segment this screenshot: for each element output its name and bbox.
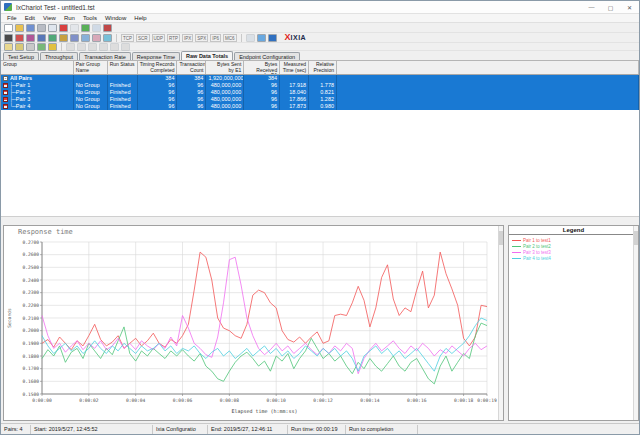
cell-measured_time: 17.918 xyxy=(280,82,309,89)
y-tick-label: 0.2100 xyxy=(22,316,39,321)
report-icon[interactable] xyxy=(26,43,35,51)
add-hardware-pair-icon[interactable] xyxy=(48,34,57,42)
cursor-icon[interactable] xyxy=(4,34,13,42)
new-file-icon[interactable] xyxy=(4,24,13,32)
menu-window[interactable]: Window xyxy=(101,15,130,21)
tab-transaction-rate[interactable]: Transaction Rate xyxy=(79,52,131,60)
clipboard-paste-icon[interactable] xyxy=(15,43,24,51)
tab-endpoint-configuration[interactable]: Endpoint Configuration xyxy=(234,52,300,60)
add-vpn-pair-icon[interactable] xyxy=(37,34,46,42)
cell-pair_group_name: No Group xyxy=(74,96,108,103)
chart-view-icon[interactable] xyxy=(92,34,101,42)
ixia-logo: XIXIA xyxy=(285,33,307,42)
clipboard-copy-icon[interactable] xyxy=(4,43,13,51)
x-tick-label: 0:00:02 xyxy=(79,398,99,403)
copy-icon[interactable] xyxy=(48,24,57,32)
help-icon[interactable] xyxy=(268,34,277,42)
add-icon[interactable] xyxy=(81,24,90,32)
tab-throughput[interactable]: Throughput xyxy=(40,52,78,60)
bookmark-icon[interactable] xyxy=(103,24,112,32)
menu-tools[interactable]: Tools xyxy=(79,15,101,21)
tab-response-time[interactable]: Response Time xyxy=(132,52,180,60)
options-icon xyxy=(121,43,130,51)
app-window: IxChariot Test - untitled1.tst — ▢ ✕ Fil… xyxy=(0,0,640,435)
column-header-timing-records[interactable]: Timing Records Completed xyxy=(138,61,178,74)
menu-edit[interactable]: Edit xyxy=(21,15,39,21)
group-label: Pair 1 xyxy=(16,82,30,88)
print-icon[interactable] xyxy=(37,24,46,32)
add-pair-icon[interactable] xyxy=(15,34,24,42)
refresh-icon[interactable] xyxy=(257,34,266,42)
maximize-button[interactable]: ▢ xyxy=(601,1,620,13)
favorites-icon[interactable] xyxy=(48,43,57,51)
add-multicast-pair-icon[interactable] xyxy=(26,34,35,42)
chart-scrollbar-thumb[interactable] xyxy=(499,231,503,245)
y-tick-label: 0.2200 xyxy=(22,303,39,308)
group-label: Pair 3 xyxy=(16,96,30,102)
legend-swatch xyxy=(512,252,521,253)
protocol-tcp[interactable]: TCP xyxy=(121,34,134,42)
toolbar-separator xyxy=(61,43,62,51)
menu-file[interactable]: File xyxy=(3,15,21,21)
save-icon[interactable] xyxy=(26,24,35,32)
tab-raw-data-totals[interactable]: Raw Data Totals xyxy=(181,51,233,60)
fit-window-icon xyxy=(99,43,108,51)
column-header-group[interactable]: Group xyxy=(1,61,74,74)
close-button[interactable]: ✕ xyxy=(620,1,639,13)
column-header-bytes-received[interactable]: Bytes Received by E1 xyxy=(244,61,280,74)
tree-expander-icon[interactable]: - xyxy=(3,76,8,81)
split-icon xyxy=(110,43,119,51)
table-row-pair-4[interactable]: └─ Pair 4No GroupFinished9696480,000,000… xyxy=(1,103,639,110)
edit-pair-icon[interactable] xyxy=(59,34,68,42)
cell-transaction_count: 96 xyxy=(177,89,206,96)
protocol-mc6[interactable]: MC6 xyxy=(223,34,237,42)
legend-scrollbar-thumb[interactable] xyxy=(634,231,638,245)
horizontal-splitter[interactable] xyxy=(1,216,639,223)
column-header-run-status[interactable]: Run Status xyxy=(108,61,138,74)
column-header-measured-time[interactable]: Measured Time (sec) xyxy=(280,61,309,74)
x-tick-label: 0:00:18 xyxy=(454,398,474,403)
protocol-ipx[interactable]: IPX xyxy=(182,34,193,42)
legend-swatch xyxy=(512,246,521,247)
menu-run[interactable]: Run xyxy=(60,15,79,21)
legend-item-pair-4[interactable]: Pair 4 to test4 xyxy=(512,255,635,261)
cell-run_status: Finished xyxy=(108,82,138,89)
column-header-transaction-count[interactable]: Transaction Count xyxy=(177,61,206,74)
protocol-scr[interactable]: SCR xyxy=(136,34,150,42)
table-row-pair-3[interactable]: ├─ Pair 3No GroupFinished9696480,000,000… xyxy=(1,96,639,103)
protocol-rtp[interactable]: RTP xyxy=(167,34,180,42)
menu-view[interactable]: View xyxy=(39,15,60,21)
table-row-pair-2[interactable]: ├─ Pair 2No GroupFinished9696480,000,000… xyxy=(1,89,639,96)
minimize-button[interactable]: — xyxy=(582,1,601,13)
cell-run_status: Finished xyxy=(108,103,138,110)
ixia-port-icon[interactable] xyxy=(103,34,112,42)
tree-branch: ├─ xyxy=(9,96,16,102)
y-tick-label: 0.2600 xyxy=(22,252,39,257)
tree-branch: └─ xyxy=(9,103,16,109)
wizard-icon[interactable] xyxy=(70,34,79,42)
grid-view-icon[interactable] xyxy=(81,34,90,42)
legend-scrollbar[interactable] xyxy=(633,226,638,420)
protocol-spx[interactable]: SPX xyxy=(195,34,208,42)
toolbar-separator xyxy=(241,34,242,42)
protocol-udp[interactable]: UDP xyxy=(152,34,166,42)
cell-relative_precision: 0.821 xyxy=(309,89,337,96)
menu-help[interactable]: Help xyxy=(130,15,150,21)
chart-scrollbar[interactable] xyxy=(498,226,503,420)
table-row-all-pairs[interactable]: -All Pairs3843841,920,000,000384 xyxy=(1,75,639,82)
column-header-pair-group-name[interactable]: Pair Group Name xyxy=(74,61,108,74)
table-row-pair-1[interactable]: ├─ Pair 1No GroupFinished9696480,000,000… xyxy=(1,82,639,89)
cell-relative_precision: 1.282 xyxy=(309,96,337,103)
column-header-filler[interactable] xyxy=(337,61,639,74)
protocol-ip6[interactable]: IP6 xyxy=(210,34,221,42)
pair-icon xyxy=(3,83,8,88)
y-tick-label: 0.1800 xyxy=(22,354,39,359)
y-tick-label: 0.2400 xyxy=(22,278,39,283)
tab-test-setup[interactable]: Test Setup xyxy=(3,52,39,60)
status-bar: Pairs: 4Start: 2019/5/27, 12:45:52Ixia C… xyxy=(1,423,639,434)
export-chart-icon[interactable] xyxy=(37,43,46,51)
stop-icon[interactable] xyxy=(59,24,68,32)
column-header-relative-precision[interactable]: Relative Precision xyxy=(309,61,337,74)
open-file-icon[interactable] xyxy=(15,24,24,32)
column-header-bytes-sent[interactable]: Bytes Sent by E1 xyxy=(206,61,244,74)
